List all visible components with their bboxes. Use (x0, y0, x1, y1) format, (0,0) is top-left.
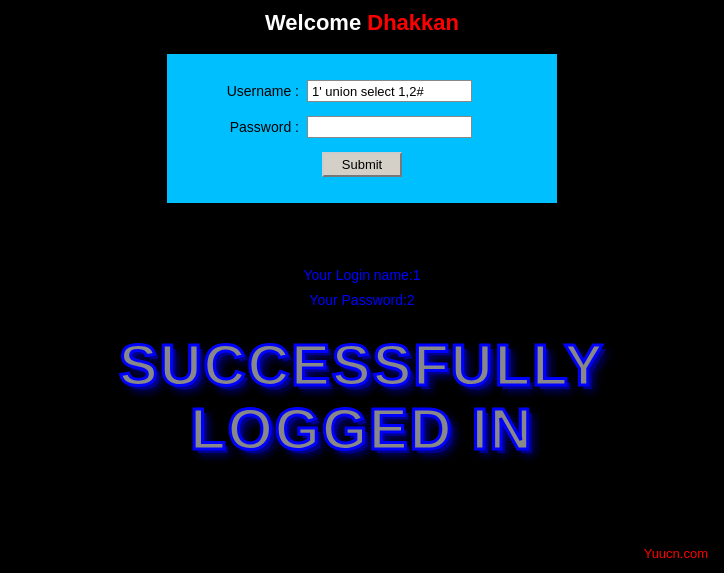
login-box: Username : Password : Submit (167, 54, 557, 203)
username-row: Username : (199, 80, 525, 102)
username-label: Username : (199, 83, 299, 99)
password-input[interactable] (307, 116, 472, 138)
submit-button[interactable]: Submit (322, 152, 402, 177)
password-label: Password : (199, 119, 299, 135)
login-name-line: Your Login name:1 (0, 263, 724, 288)
username-input[interactable] (307, 80, 472, 102)
result-area: Your Login name:1 Your Password:2 (0, 263, 724, 313)
page-header: Welcome Dhakkan (0, 0, 724, 36)
username-highlight: Dhakkan (367, 10, 459, 35)
success-message: SUCCESSFULLY LOGGED IN (0, 333, 724, 461)
password-line: Your Password:2 (0, 288, 724, 313)
submit-row: Submit (199, 152, 525, 177)
success-line2: LOGGED IN (0, 397, 724, 461)
success-line1: SUCCESSFULLY (0, 333, 724, 397)
watermark: Yuucn.com (644, 546, 708, 561)
password-row: Password : (199, 116, 525, 138)
welcome-label: Welcome (265, 10, 361, 35)
